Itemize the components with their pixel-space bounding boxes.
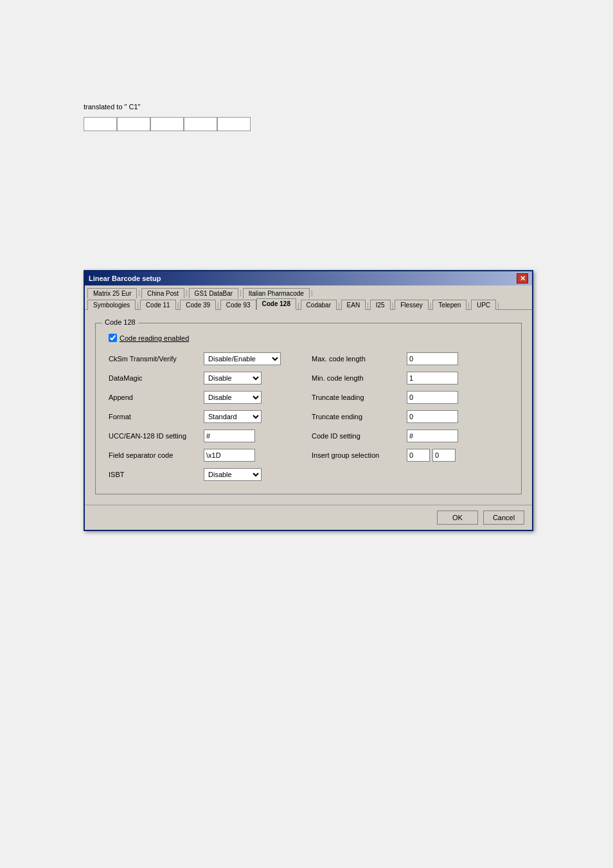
bsep1: | — [136, 302, 140, 309]
ucc-row: UCC/EAN-128 ID setting — [109, 429, 305, 442]
format-row: Format Standard UCC/EAN-128 — [109, 410, 305, 423]
form-grid: CkSm Transmit/Verify Disable/Enable Disa… — [109, 352, 508, 481]
isbt-label: ISBT — [109, 471, 199, 478]
bsep2: | — [176, 302, 181, 309]
code-id-input[interactable] — [407, 429, 458, 442]
code-reading-checkbox[interactable] — [109, 334, 117, 342]
bsep6: | — [366, 302, 370, 309]
bsep9: | — [466, 302, 471, 309]
tab-sep-2: | — [184, 289, 189, 296]
box-cell-5 — [217, 117, 251, 131]
top-tab-row: Matrix 25 Eur | China Post | GS1 DataBar… — [85, 285, 532, 298]
tab-code11[interactable]: Code 11 — [140, 300, 176, 310]
tab-sep-1: | — [137, 289, 141, 296]
append-row: Append Disable Enable — [109, 391, 305, 404]
content-area: Code 128 Code reading enabled CkSm Trans… — [85, 310, 532, 505]
isbt-select[interactable]: Disable Enable — [204, 468, 262, 481]
box-cell-1 — [84, 117, 117, 131]
truncate-ending-row: Truncate ending — [312, 410, 508, 423]
tab-gs1databar[interactable]: GS1 DataBar — [189, 288, 238, 298]
bsep4: | — [296, 302, 301, 309]
field-sep-label: Field separator code — [109, 451, 199, 459]
tab-code128[interactable]: Code 128 — [256, 298, 296, 310]
code-id-label: Code ID setting — [312, 432, 402, 440]
insert-group-row: Insert group selection — [312, 449, 508, 462]
insert-group-input2[interactable] — [432, 449, 456, 462]
ucc-input[interactable] — [204, 429, 255, 442]
close-button[interactable]: ✕ — [517, 273, 528, 284]
title-bar: Linear Barcode setup ✕ — [85, 271, 532, 285]
datamagic-select[interactable]: Disable Enable — [204, 372, 262, 384]
min-code-row: Min. code length — [312, 372, 508, 384]
cksm-select[interactable]: Disable/Enable Disable Enable — [204, 352, 281, 365]
cksm-row: CkSm Transmit/Verify Disable/Enable Disa… — [109, 352, 305, 365]
tab-sep-4: | — [310, 289, 314, 296]
insert-group-label: Insert group selection — [312, 451, 402, 459]
box-row — [84, 117, 613, 131]
tab-chinapost[interactable]: China Post — [141, 288, 184, 298]
truncate-leading-label: Truncate leading — [312, 393, 402, 401]
insert-group-inputs — [407, 449, 456, 462]
translated-text: translated to " C1" — [84, 103, 613, 111]
tab-italianpharmacode[interactable]: Italian Pharmacode — [243, 288, 310, 298]
bsep3: | — [216, 302, 220, 309]
tab-sep-3: | — [238, 289, 243, 296]
field-sep-input[interactable] — [204, 449, 255, 462]
format-select[interactable]: Standard UCC/EAN-128 — [204, 410, 262, 423]
isbt-row: ISBT Disable Enable — [109, 468, 305, 481]
max-code-row: Max. code length — [312, 352, 508, 365]
field-sep-row: Field separator code — [109, 449, 305, 462]
left-column: CkSm Transmit/Verify Disable/Enable Disa… — [109, 352, 305, 481]
tab-flessey[interactable]: Flessey — [395, 300, 428, 310]
truncate-ending-input[interactable] — [407, 410, 458, 423]
code128-group: Code 128 Code reading enabled CkSm Trans… — [95, 323, 522, 494]
code-id-row: Code ID setting — [312, 429, 508, 442]
code-reading-label: Code reading enabled — [120, 334, 189, 342]
datamagic-label: DataMagic — [109, 374, 199, 382]
box-cell-2 — [117, 117, 150, 131]
insert-group-input1[interactable] — [407, 449, 430, 462]
min-code-input[interactable] — [407, 372, 458, 384]
dialog: Linear Barcode setup ✕ Matrix 25 Eur | C… — [84, 270, 533, 531]
tab-code93[interactable]: Code 93 — [220, 300, 256, 310]
group-box-title: Code 128 — [102, 318, 138, 326]
tab-telepen[interactable]: Telepen — [432, 300, 466, 310]
ok-button[interactable]: OK — [437, 511, 478, 525]
truncate-ending-label: Truncate ending — [312, 413, 402, 420]
right-column: Max. code length Min. code length Trunca… — [312, 352, 508, 481]
truncate-leading-input[interactable] — [407, 391, 458, 404]
min-code-label: Min. code length — [312, 374, 402, 382]
tab-matrix25eur[interactable]: Matrix 25 Eur — [87, 288, 137, 298]
datamagic-row: DataMagic Disable Enable — [109, 372, 305, 384]
format-label: Format — [109, 413, 199, 420]
tab-code39[interactable]: Code 39 — [180, 300, 216, 310]
ucc-label: UCC/EAN-128 ID setting — [109, 432, 199, 440]
max-code-input[interactable] — [407, 352, 458, 365]
cksm-label: CkSm Transmit/Verify — [109, 355, 199, 363]
tab-codabar[interactable]: Codabar — [301, 300, 337, 310]
tab-i25[interactable]: I25 — [370, 300, 391, 310]
bsep10: | — [496, 302, 501, 309]
tab-upc[interactable]: UPC — [471, 300, 496, 310]
dialog-title: Linear Barcode setup — [89, 275, 161, 282]
max-code-label: Max. code length — [312, 355, 402, 363]
append-label: Append — [109, 393, 199, 401]
append-select[interactable]: Disable Enable — [204, 391, 262, 404]
bsep5: | — [337, 302, 341, 309]
button-row: OK Cancel — [85, 505, 532, 530]
box-cell-4 — [184, 117, 217, 131]
bsep7: | — [391, 302, 395, 309]
bsep8: | — [429, 302, 433, 309]
tab-symbologies[interactable]: Symbologies — [87, 300, 136, 310]
tab-ean[interactable]: EAN — [341, 300, 366, 310]
truncate-leading-row: Truncate leading — [312, 391, 508, 404]
cancel-button[interactable]: Cancel — [483, 511, 524, 525]
box-cell-3 — [150, 117, 184, 131]
bottom-tab-row: Symbologies | Code 11 | Code 39 | Code 9… — [85, 298, 532, 310]
code-reading-row: Code reading enabled — [109, 334, 508, 342]
